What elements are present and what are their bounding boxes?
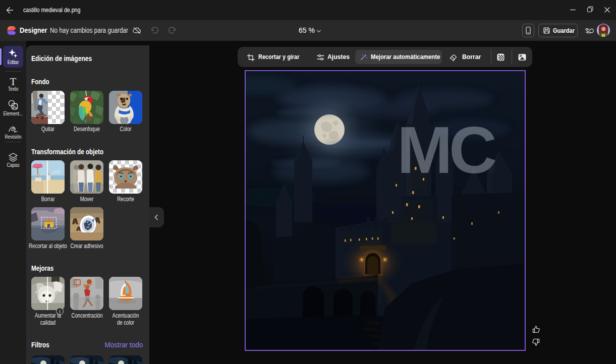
svg-text:MC: MC	[397, 113, 497, 187]
